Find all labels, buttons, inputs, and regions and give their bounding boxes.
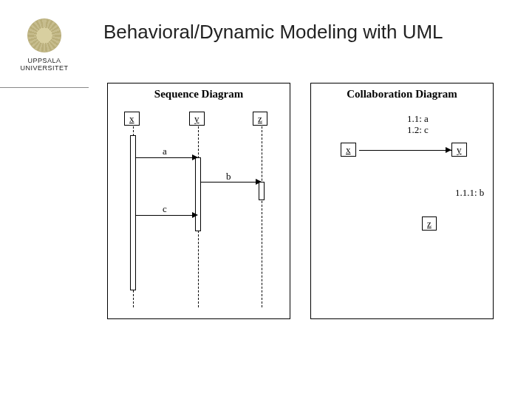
sequence-title: Sequence Diagram (108, 83, 290, 100)
lifeline-z (262, 126, 262, 307)
university-logo: UPPSALA UNIVERSITET (11, 18, 78, 72)
message-a-arrow-icon (192, 154, 198, 160)
message-a-label: a (163, 146, 167, 157)
message-c-arrow-icon (192, 212, 198, 218)
seq-object-x: x (124, 112, 140, 126)
collab-label-b: 1.1.1: b (455, 187, 484, 199)
collab-object-x: x (341, 143, 356, 157)
collaboration-diagram-panel: Collaboration Diagram 1.1: a 1.2: c x y … (310, 83, 494, 319)
university-seal-icon (27, 18, 61, 52)
collab-label-a: 1.1: a (407, 113, 429, 125)
message-b-label: b (226, 171, 231, 183)
message-c-line (136, 215, 195, 216)
university-name-line2: UNIVERSITET (11, 64, 78, 72)
university-name-line1: UPPSALA (11, 57, 78, 64)
collab-label-c: 1.2: c (407, 124, 429, 136)
page-title: Behavioral/Dynamic Modeling with UML (103, 21, 443, 44)
collab-object-z: z (422, 216, 437, 231)
sequence-diagram-panel: Sequence Diagram x y z a b c (107, 83, 290, 319)
seq-object-z: z (253, 112, 267, 126)
collab-object-y: y (451, 143, 467, 157)
activation-x (130, 135, 136, 290)
seq-object-y: y (189, 112, 205, 126)
link-x-y (359, 150, 451, 151)
divider (0, 87, 89, 88)
activation-y (195, 157, 201, 231)
message-a-line (136, 157, 195, 158)
message-c-label: c (163, 203, 167, 215)
link-x-y-arrow-icon (446, 147, 451, 153)
collaboration-title: Collaboration Diagram (311, 83, 493, 100)
message-b-arrow-icon (256, 179, 262, 185)
